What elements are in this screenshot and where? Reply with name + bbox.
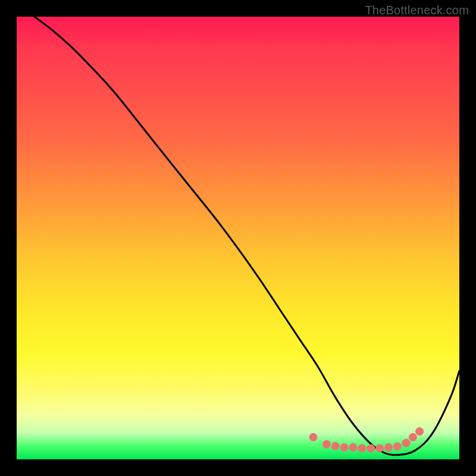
curve-marker — [331, 442, 339, 450]
curve-marker — [358, 444, 366, 452]
chart-svg — [17, 17, 459, 459]
curve-marker — [393, 443, 401, 450]
chart-frame: TheBottleneck.com — [0, 0, 476, 476]
curve-marker — [367, 444, 375, 452]
watermark-text: TheBottleneck.com — [365, 4, 469, 17]
plot-area — [17, 17, 459, 459]
curve-marker — [376, 444, 384, 452]
curve-marker — [349, 443, 357, 451]
curve-line — [35, 17, 459, 455]
curve-marker — [384, 443, 392, 451]
curve-marker — [309, 433, 317, 441]
curve-marker — [409, 433, 416, 441]
curve-marker — [416, 428, 424, 436]
curve-marker — [340, 443, 348, 451]
curve-marker — [322, 440, 330, 448]
curve-marker — [402, 439, 410, 447]
